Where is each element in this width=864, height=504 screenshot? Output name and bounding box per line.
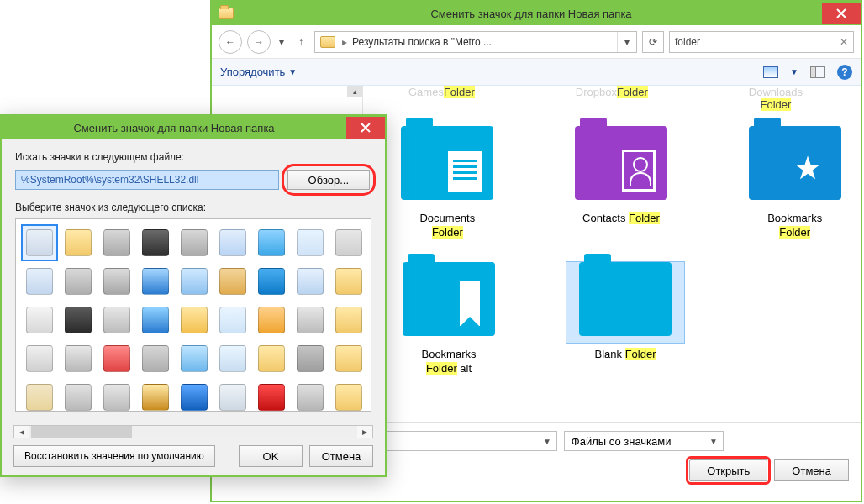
icon-option[interactable] (137, 379, 174, 412)
item-documents-folder[interactable] (390, 126, 505, 207)
icon-option[interactable] (253, 224, 290, 261)
icon-option[interactable] (330, 302, 367, 339)
system-icon (258, 229, 285, 256)
file-list[interactable]: Games Folder Dropbox Folder DownloadsFol… (363, 86, 861, 422)
icon-option[interactable] (137, 340, 174, 377)
icon-option[interactable] (292, 302, 329, 339)
bookmarks-alt-folder-icon (403, 262, 495, 336)
icon-option[interactable] (21, 340, 58, 377)
address-dropdown[interactable]: ▾ (617, 32, 636, 52)
icon-option[interactable] (214, 379, 251, 412)
nav-up-button[interactable]: ↑ (292, 34, 309, 50)
icon-option[interactable] (98, 224, 135, 261)
icon-list[interactable] (15, 218, 371, 412)
icon-option[interactable] (98, 302, 135, 339)
icon-option[interactable] (214, 340, 251, 377)
icon-option[interactable] (176, 340, 213, 377)
system-icon (335, 268, 362, 295)
icon-option[interactable] (98, 379, 135, 412)
icon-option[interactable] (60, 340, 97, 377)
preview-pane-toggle[interactable] (810, 66, 825, 78)
ci-titlebar: Сменить значок для папки Новая папка (2, 116, 385, 139)
icon-option[interactable] (176, 379, 213, 412)
contacts-folder-icon (575, 126, 667, 200)
icon-option[interactable] (60, 379, 97, 412)
open-titlebar: Сменить значок для папки Новая папка (212, 2, 861, 25)
help-button[interactable]: ? (837, 65, 852, 80)
refresh-button[interactable]: ⟳ (642, 31, 664, 53)
icon-option[interactable] (60, 224, 97, 261)
system-icon (181, 268, 208, 295)
icon-option[interactable] (253, 340, 290, 377)
icon-option[interactable] (137, 224, 174, 261)
icon-option[interactable] (21, 379, 58, 412)
close-button[interactable] (346, 117, 385, 139)
system-icon (142, 268, 169, 295)
icon-option[interactable] (60, 263, 97, 300)
icon-option[interactable] (137, 263, 174, 300)
icon-option[interactable] (330, 340, 367, 377)
organize-menu[interactable]: Упорядочить ▼ (220, 66, 297, 78)
ok-button[interactable]: OK (239, 445, 303, 467)
system-icon (103, 307, 130, 333)
icon-hscrollbar[interactable]: ◂ ▸ (13, 425, 373, 438)
system-icon (181, 384, 208, 411)
icon-option[interactable] (292, 224, 329, 261)
chevron-down-icon: ▼ (709, 437, 718, 446)
system-icon (103, 229, 130, 256)
close-button[interactable] (822, 3, 861, 24)
icon-option[interactable] (176, 302, 213, 339)
icon-option[interactable] (330, 379, 367, 412)
icon-option[interactable] (21, 224, 58, 261)
system-icon (335, 345, 362, 372)
system-icon (103, 268, 130, 295)
icon-option[interactable] (214, 263, 251, 300)
browse-button[interactable]: Обзор... (287, 170, 370, 190)
ci-body: Искать значки в следующем файле: Обзор..… (2, 139, 385, 422)
search-input[interactable] (675, 36, 835, 48)
cancel-button[interactable]: Отмена (774, 459, 849, 481)
icon-option[interactable] (21, 263, 58, 300)
search-box[interactable]: ✕ (669, 31, 854, 53)
system-icon (335, 229, 362, 256)
scroll-up-icon[interactable]: ▴ (347, 86, 362, 97)
scroll-left-icon[interactable]: ◂ (14, 426, 29, 438)
icon-option[interactable] (330, 263, 367, 300)
icon-option[interactable] (292, 379, 329, 412)
item-bookmarks-alt[interactable] (390, 262, 508, 343)
icon-option[interactable] (253, 379, 290, 412)
system-icon (142, 229, 169, 256)
item-blank-folder[interactable] (566, 262, 684, 343)
view-dropdown[interactable]: ▼ (790, 67, 798, 76)
item-contacts-folder[interactable] (564, 126, 679, 207)
icon-option[interactable] (98, 340, 135, 377)
scroll-thumb[interactable] (31, 426, 132, 438)
search-clear-icon[interactable]: ✕ (835, 36, 848, 48)
icon-option[interactable] (21, 302, 58, 339)
nav-history-dropdown[interactable]: ▾ (276, 36, 287, 48)
nav-forward-button[interactable]: → (247, 30, 271, 54)
icon-option[interactable] (292, 263, 329, 300)
scroll-right-icon[interactable]: ▸ (357, 426, 372, 438)
icon-option[interactable] (137, 302, 174, 339)
cancel-button[interactable]: Отмена (309, 445, 373, 467)
item-bookmarks-folder[interactable]: ★ (737, 126, 852, 207)
icon-path-input[interactable] (15, 170, 279, 190)
view-icon[interactable] (763, 66, 778, 78)
address-bar[interactable]: ▸ Результаты поиска в "Metro ... ▾ (314, 31, 637, 53)
icon-option[interactable] (214, 302, 251, 339)
icon-option[interactable] (292, 340, 329, 377)
icon-option[interactable] (98, 263, 135, 300)
icon-option[interactable] (330, 224, 367, 261)
filetype-combobox[interactable]: Файлы со значками ▼ (564, 431, 724, 451)
icon-option[interactable] (176, 224, 213, 261)
nav-back-button[interactable]: ← (219, 30, 242, 54)
open-button[interactable]: Открыть (689, 459, 767, 481)
icon-option[interactable] (214, 224, 251, 261)
icon-option[interactable] (176, 263, 213, 300)
icon-option[interactable] (60, 302, 97, 339)
system-icon (219, 345, 246, 372)
icon-option[interactable] (253, 263, 290, 300)
icon-option[interactable] (253, 302, 290, 339)
restore-defaults-button[interactable]: Восстановить значения по умолчанию (13, 445, 215, 467)
